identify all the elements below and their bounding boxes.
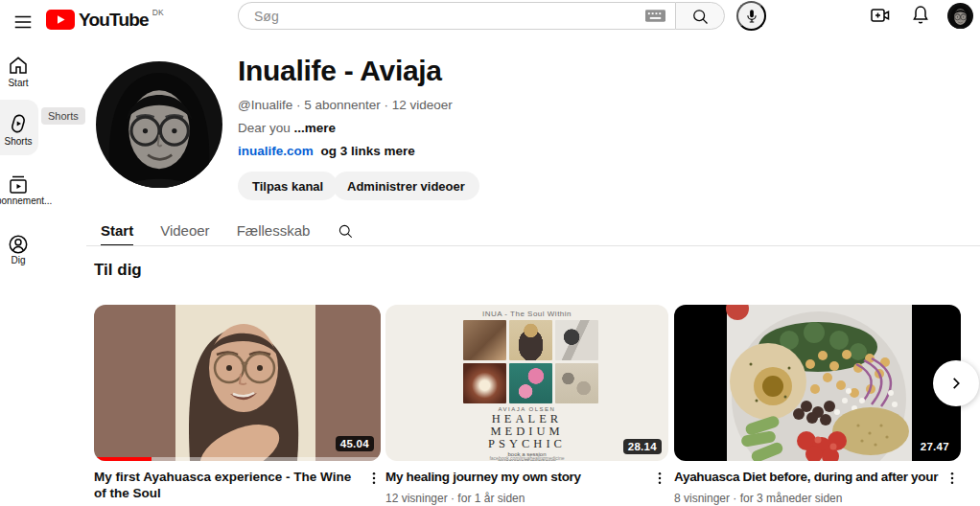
video-menu-1[interactable]: [364, 469, 384, 488]
sidebar-item-start[interactable]: [7, 54, 30, 77]
keyboard-icon[interactable]: [645, 10, 665, 23]
chevron-right-icon: [945, 373, 967, 394]
more-links-label[interactable]: og 3 links mere: [321, 144, 415, 158]
search-button[interactable]: [675, 2, 725, 30]
thumbnail-3-art: [674, 305, 961, 461]
bell-icon: [909, 4, 932, 27]
channel-links[interactable]: inualife.com og 3 links mere: [238, 144, 415, 158]
video-thumbnail-1[interactable]: 45.04: [94, 305, 381, 461]
tabs-divider: [86, 245, 980, 246]
account-avatar[interactable]: [947, 3, 973, 29]
section-title: Til dig: [94, 261, 142, 280]
notifications-button[interactable]: [909, 4, 932, 27]
sidebar-label-shorts: Shorts: [0, 136, 47, 147]
video-meta-2: 12 visninger · for 1 år siden: [385, 492, 525, 505]
search-input[interactable]: [252, 8, 645, 25]
channel-link[interactable]: inualife.com: [238, 144, 314, 158]
duration-badge: 28.14: [623, 439, 662, 454]
collage-footer-line: facebook.com/inuahealingmedicine: [385, 455, 668, 461]
video-title-3[interactable]: Ayahuasca Diet before, during and after …: [674, 469, 941, 485]
menu-button[interactable]: [12, 12, 34, 33]
sidebar-item-you[interactable]: [7, 233, 30, 256]
collage-photo-grid: [463, 320, 598, 403]
sidebar-label-you: Dig: [0, 255, 47, 265]
tab-videos[interactable]: Videoer: [160, 215, 209, 246]
collage-photo: [463, 320, 506, 360]
video-meta-3: 8 visninger · for 3 måneder siden: [674, 492, 842, 505]
subscriptions-icon: [7, 173, 30, 196]
search-box[interactable]: [238, 2, 675, 30]
collage-photo: [463, 363, 506, 403]
video-thumbnail-2[interactable]: INUA - The Soul Within AVIAJA OLSEN HEAL…: [385, 305, 668, 461]
duration-badge: 27.47: [916, 439, 954, 454]
collage-photo: [555, 363, 598, 403]
create-button[interactable]: [869, 4, 892, 27]
youtube-channel-page: { "header": { "logo_text": "YouTube", "l…: [0, 0, 980, 506]
youtube-logo[interactable]: YouTube DK: [46, 10, 164, 30]
create-video-icon: [869, 4, 892, 27]
channel-tabs: Start Videoer Fællesskab: [101, 215, 354, 246]
video-title-2[interactable]: My healing journey my own story: [385, 469, 642, 485]
sidebar-label-subscriptions: bonnement...: [0, 196, 52, 206]
shorts-tooltip: Shorts: [41, 107, 85, 125]
more-options-icon: [652, 471, 667, 486]
duration-badge: 45.04: [336, 436, 374, 451]
collage-photo: [509, 363, 552, 403]
description-text: Dear you: [238, 121, 291, 135]
search-icon: [690, 7, 710, 26]
home-icon: [7, 54, 30, 77]
video-menu-3[interactable]: [943, 469, 962, 488]
video-thumbnail-3[interactable]: 27.47: [674, 305, 961, 461]
video-menu-2[interactable]: [650, 469, 669, 488]
collage-photo: [509, 320, 552, 360]
sidebar-item-shorts[interactable]: [7, 112, 30, 135]
description-more-link[interactable]: ...mere: [294, 121, 337, 135]
collage-heading: INUA - The Soul Within: [385, 310, 668, 318]
watched-progress: [94, 457, 152, 461]
sidebar-label-start: Start: [0, 78, 47, 88]
channel-search-icon[interactable]: [337, 215, 354, 246]
channel-name: Inualife - Aviaja: [238, 55, 442, 87]
channel-avatar[interactable]: [96, 61, 222, 188]
shorts-icon: [7, 112, 30, 135]
carousel-next-button[interactable]: [933, 360, 979, 406]
tab-home[interactable]: Start: [101, 215, 133, 246]
customize-channel-button[interactable]: Tilpas kanal: [238, 172, 338, 200]
channel-meta: @Inualife · 5 abonnenter · 12 videoer: [238, 98, 453, 112]
tab-community[interactable]: Fællesskab: [237, 215, 311, 246]
more-options-icon: [366, 471, 382, 486]
progress-track: [94, 457, 381, 461]
channel-description[interactable]: Dear you ...mere: [238, 121, 336, 135]
logo-wordmark: YouTube: [79, 10, 149, 30]
more-options-icon: [945, 471, 960, 486]
hamburger-icon: [12, 12, 34, 33]
sidebar-item-subscriptions[interactable]: [7, 173, 30, 196]
logo-country-code: DK: [152, 8, 164, 17]
manage-videos-button[interactable]: Administrer videoer: [333, 172, 479, 200]
youtube-play-icon: [46, 10, 75, 30]
video-title-1[interactable]: My first Ayahuasca experience - The Wine…: [94, 469, 361, 501]
voice-search-button[interactable]: [736, 1, 766, 31]
mic-icon: [743, 8, 760, 25]
account-circle-icon: [7, 233, 30, 256]
collage-photo: [555, 320, 598, 360]
